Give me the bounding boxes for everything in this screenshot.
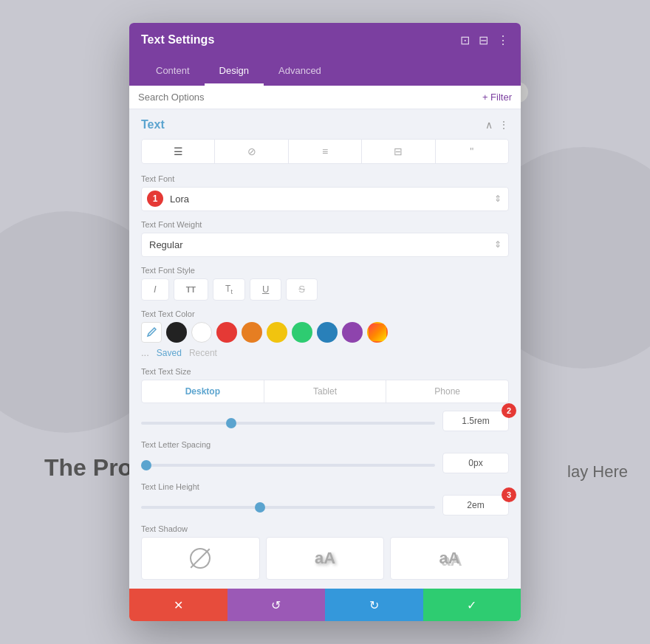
content-area: Text ∧ ⋮ ☰ ⊘ ≡ ⊟ " Text Font 1 Lora	[129, 109, 521, 589]
letter-spacing-slider[interactable]	[141, 464, 435, 467]
align-ordered-btn[interactable]: ⊟	[362, 140, 435, 163]
size-slider-container	[141, 414, 435, 428]
uppercase-btn[interactable]: TT	[174, 278, 208, 301]
shadow-hard-card[interactable]: aA	[390, 537, 509, 580]
line-height-badge: 3	[502, 487, 516, 502]
letter-spacing-label: Text Letter Spacing	[141, 440, 509, 449]
tab-content[interactable]: Content	[141, 58, 205, 86]
modal-footer: ✕ ↺ ↻ ✓	[129, 589, 521, 621]
color-white[interactable]	[191, 322, 212, 343]
expand-icon[interactable]: ⊡	[460, 33, 470, 47]
align-left-btn[interactable]: ☰	[142, 140, 215, 163]
size-tabs: Desktop Tablet Phone	[141, 380, 509, 403]
shadow-soft-card[interactable]: aA	[266, 537, 385, 580]
line-height-value[interactable]: 2em	[442, 495, 509, 515]
font-style-buttons: I TT Tt U S	[141, 278, 509, 301]
saved-tab[interactable]: Saved	[157, 348, 182, 358]
size-value-wrapper: 1.5rem 2	[442, 411, 509, 431]
underline-btn[interactable]: U	[250, 278, 281, 301]
size-value[interactable]: 1.5rem	[442, 411, 509, 431]
letter-slider-row: 0px	[141, 453, 509, 473]
line-height-value-wrapper: 2em 3	[442, 495, 509, 515]
shadow-label: Text Shadow	[141, 524, 509, 533]
color-yellow[interactable]	[267, 322, 287, 343]
color-picker-btn[interactable]	[141, 322, 162, 343]
recent-tab[interactable]: Recent	[189, 348, 217, 358]
size-badge: 2	[502, 403, 516, 418]
bg-text-right: lay Here	[567, 462, 628, 482]
shadow-soft-text: aA	[315, 549, 335, 568]
line-height-slider[interactable]	[141, 506, 435, 509]
more-vertical-icon[interactable]: ⋮	[497, 33, 509, 47]
italic-btn[interactable]: I	[141, 278, 169, 301]
size-slider[interactable]	[141, 422, 435, 425]
font-style-label: Text Font Style	[141, 266, 509, 275]
tab-advanced[interactable]: Advanced	[264, 58, 336, 86]
modal-wrapper: ✕ Text Settings ⊡ ⊟ ⋮ Content Design Adv…	[129, 23, 521, 621]
color-gradient[interactable]	[367, 322, 388, 343]
color-red[interactable]	[216, 322, 237, 343]
font-badge: 1	[147, 191, 163, 207]
text-size-label: Text Text Size	[141, 367, 509, 376]
font-weight-label: Text Font Weight	[141, 220, 509, 229]
color-label: Text Text Color	[141, 309, 509, 318]
color-orange[interactable]	[242, 322, 262, 343]
tab-bar: Content Design Advanced	[129, 58, 521, 86]
line-height-label: Text Line Height	[141, 482, 509, 491]
undo-button[interactable]: ↺	[228, 589, 326, 621]
size-slider-row: 1.5rem 2	[141, 411, 509, 431]
font-weight-select-wrapper: Regular ⇕	[141, 233, 509, 257]
color-footer: ... Saved Recent	[141, 347, 509, 358]
font-weight-select[interactable]: Regular	[141, 233, 509, 257]
no-shadow-icon	[190, 548, 211, 569]
size-tab-desktop[interactable]: Desktop	[142, 380, 264, 402]
letter-spacing-value[interactable]: 0px	[442, 453, 509, 473]
shadow-options: aA aA	[141, 537, 509, 580]
bg-text-left: The Pro	[44, 454, 132, 482]
color-purple[interactable]	[342, 322, 363, 343]
more-colors-btn[interactable]: ...	[141, 347, 149, 358]
color-green[interactable]	[292, 322, 312, 343]
size-tab-tablet[interactable]: Tablet	[264, 380, 387, 402]
section-title: Text	[141, 118, 165, 131]
strikethrough-btn[interactable]: S	[286, 278, 318, 301]
search-input[interactable]	[138, 92, 482, 103]
color-section: Text Text Color	[141, 309, 509, 358]
font-select-wrapper: 1 Lora ⇕	[141, 187, 509, 211]
letter-slider-container	[141, 456, 435, 470]
font-select[interactable]: Lora	[141, 187, 509, 211]
redo-button[interactable]: ↻	[325, 589, 423, 621]
tab-design[interactable]: Design	[205, 58, 264, 86]
letter-value-wrapper: 0px	[442, 453, 509, 473]
line-height-slider-container	[141, 499, 435, 512]
text-settings-modal: Text Settings ⊡ ⊟ ⋮ Content Design Advan…	[129, 23, 521, 621]
shadow-none-card[interactable]	[141, 537, 260, 580]
modal-title: Text Settings	[141, 33, 214, 47]
color-row	[141, 322, 509, 343]
cancel-button[interactable]: ✕	[129, 589, 228, 621]
blockquote-btn[interactable]: "	[436, 140, 508, 163]
section-controls: ∧ ⋮	[485, 119, 509, 131]
collapse-icon[interactable]: ∧	[485, 119, 493, 131]
color-blue[interactable]	[317, 322, 338, 343]
save-button[interactable]: ✓	[423, 589, 521, 621]
search-bar: + Filter	[129, 86, 521, 109]
line-height-slider-row: 2em 3	[141, 495, 509, 515]
header-icons: ⊡ ⊟ ⋮	[460, 33, 509, 47]
shadow-hard-text: aA	[439, 549, 460, 568]
size-tab-phone[interactable]: Phone	[386, 380, 508, 402]
align-list-btn[interactable]: ≡	[289, 140, 362, 163]
capitalize-btn[interactable]: Tt	[213, 278, 245, 301]
section-more-icon[interactable]: ⋮	[499, 119, 509, 131]
section-header: Text ∧ ⋮	[141, 118, 509, 131]
color-black[interactable]	[166, 322, 187, 343]
font-label: Text Font	[141, 174, 509, 183]
alignment-buttons: ☰ ⊘ ≡ ⊟ "	[141, 139, 509, 164]
columns-icon[interactable]: ⊟	[479, 33, 488, 47]
eyedropper-icon	[146, 327, 157, 338]
modal-header: Text Settings ⊡ ⊟ ⋮	[129, 23, 521, 58]
filter-button[interactable]: + Filter	[482, 92, 512, 103]
align-slash-btn[interactable]: ⊘	[215, 140, 288, 163]
